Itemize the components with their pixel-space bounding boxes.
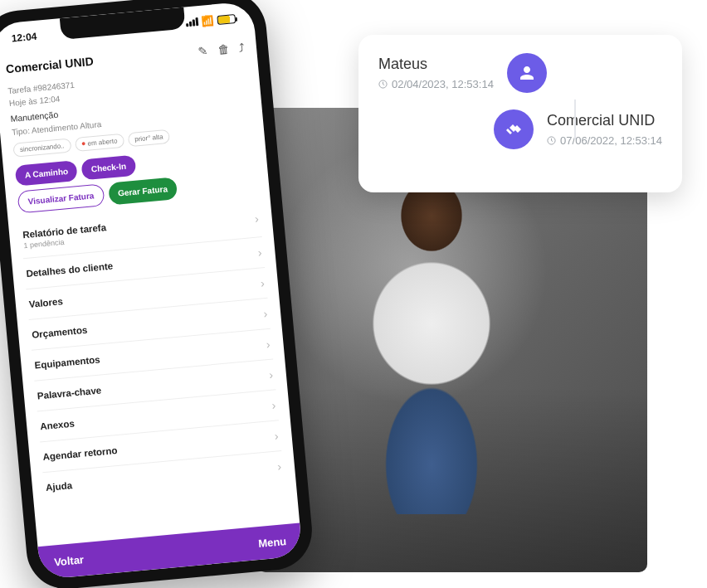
battery-icon [217,13,236,24]
dot-icon [81,142,85,145]
timeline-entry-company: Comercial UNID 07/06/2022, 12:53:14 [378,109,662,149]
entry-time: 02/04/2023, 12:53:14 [378,78,494,90]
trash-icon[interactable]: 🗑 [217,42,229,56]
chevron-right-icon: › [254,211,259,225]
chevron-right-icon: › [260,276,265,289]
status-time: 12:04 [11,31,37,45]
chevron-right-icon: › [268,367,273,381]
voltar-button[interactable]: Voltar [54,553,85,568]
timeline-card: Mateus 02/04/2023, 12:53:14 Comercial UN… [358,35,682,192]
menu-button[interactable]: Menu [258,534,287,549]
menu-list: Relatório de tarefa 1 pendência › Detalh… [20,200,285,503]
chip-priority: prior° alta [128,129,171,146]
phone-mockup: 12:04 📶 Comercial UNID ✎ 🗑 ⤴ Tarefa #982… [0,0,315,588]
chip-sync: sincronizando.. [12,138,71,157]
entry-name: Comercial UNID [547,112,662,129]
wifi-icon: 📶 [201,14,214,27]
timeline-entry-user: Mateus 02/04/2023, 12:53:14 [378,53,662,93]
gerar-fatura-button[interactable]: Gerar Fatura [108,177,178,205]
signal-icon [186,17,199,27]
a-caminho-button[interactable]: A Caminho [15,160,78,187]
phone-screen: 12:04 📶 Comercial UNID ✎ 🗑 ⤴ Tarefa #982… [0,1,303,580]
chevron-right-icon: › [276,459,281,473]
visualizar-fatura-button[interactable]: Visualizar Fatura [17,183,105,213]
clock-icon [378,80,388,89]
person-figure [324,166,539,514]
chevron-right-icon: › [271,398,276,411]
handshake-icon [494,109,534,149]
clock-icon [547,136,556,145]
edit-icon[interactable]: ✎ [197,44,207,58]
task-content: Tarefa #98246371 Hoje às 12:04 Manutençã… [0,61,300,547]
share-icon[interactable]: ⤴ [238,41,245,55]
chevron-right-icon: › [266,338,271,351]
entry-time: 07/06/2022, 12:53:14 [547,134,662,147]
person-icon [507,53,547,93]
chevron-right-icon: › [257,245,262,259]
page-title: Comercial UNID [5,55,94,76]
chevron-right-icon: › [263,307,268,320]
entry-name: Mateus [378,56,494,73]
timeline-connector [574,100,576,139]
check-in-button[interactable]: Check-In [81,154,136,180]
chip-open: em aberto [75,134,124,152]
chevron-right-icon: › [274,429,279,442]
